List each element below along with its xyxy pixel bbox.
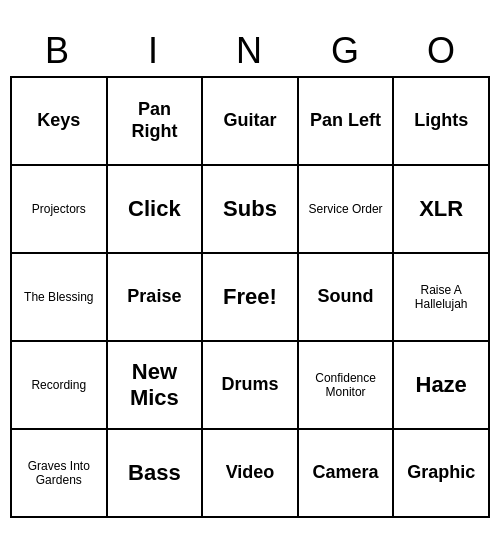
- cell-text: Projectors: [32, 202, 86, 216]
- bingo-cell: Lights: [394, 78, 490, 166]
- cell-text: The Blessing: [24, 290, 93, 304]
- cell-text: Service Order: [309, 202, 383, 216]
- bingo-cell: Graves Into Gardens: [12, 430, 108, 518]
- header-letter: G: [298, 26, 394, 76]
- cell-text: Graphic: [407, 462, 475, 484]
- bingo-cell: The Blessing: [12, 254, 108, 342]
- cell-text: Free!: [223, 284, 277, 310]
- cell-text: Subs: [223, 196, 277, 222]
- bingo-cell: Graphic: [394, 430, 490, 518]
- bingo-card: BINGO KeysPan RightGuitarPan LeftLightsP…: [10, 26, 490, 518]
- cell-text: Click: [128, 196, 181, 222]
- cell-text: Praise: [127, 286, 181, 308]
- bingo-cell: Subs: [203, 166, 299, 254]
- cell-text: Pan Left: [310, 110, 381, 132]
- bingo-cell: Drums: [203, 342, 299, 430]
- cell-text: Camera: [313, 462, 379, 484]
- bingo-grid: KeysPan RightGuitarPan LeftLightsProject…: [10, 76, 490, 518]
- header-letter: O: [394, 26, 490, 76]
- bingo-cell: Projectors: [12, 166, 108, 254]
- bingo-cell: Haze: [394, 342, 490, 430]
- bingo-cell: Recording: [12, 342, 108, 430]
- cell-text: Confidence Monitor: [305, 371, 387, 400]
- bingo-cell: Bass: [108, 430, 204, 518]
- bingo-cell: Confidence Monitor: [299, 342, 395, 430]
- bingo-cell: Raise A Hallelujah: [394, 254, 490, 342]
- cell-text: Pan Right: [114, 99, 196, 142]
- bingo-cell: XLR: [394, 166, 490, 254]
- header-letter: B: [10, 26, 106, 76]
- cell-text: Drums: [221, 374, 278, 396]
- cell-text: Sound: [318, 286, 374, 308]
- bingo-header: BINGO: [10, 26, 490, 76]
- bingo-cell: Click: [108, 166, 204, 254]
- cell-text: Video: [226, 462, 275, 484]
- cell-text: XLR: [419, 196, 463, 222]
- cell-text: Lights: [414, 110, 468, 132]
- bingo-cell: Free!: [203, 254, 299, 342]
- bingo-cell: New Mics: [108, 342, 204, 430]
- bingo-cell: Service Order: [299, 166, 395, 254]
- cell-text: Bass: [128, 460, 181, 486]
- cell-text: Haze: [416, 372, 467, 398]
- bingo-cell: Guitar: [203, 78, 299, 166]
- bingo-cell: Sound: [299, 254, 395, 342]
- header-letter: N: [202, 26, 298, 76]
- cell-text: New Mics: [114, 359, 196, 412]
- cell-text: Guitar: [223, 110, 276, 132]
- bingo-cell: Praise: [108, 254, 204, 342]
- cell-text: Keys: [37, 110, 80, 132]
- cell-text: Graves Into Gardens: [18, 459, 100, 488]
- bingo-cell: Video: [203, 430, 299, 518]
- cell-text: Recording: [31, 378, 86, 392]
- bingo-cell: Pan Right: [108, 78, 204, 166]
- cell-text: Raise A Hallelujah: [400, 283, 482, 312]
- bingo-cell: Keys: [12, 78, 108, 166]
- bingo-cell: Camera: [299, 430, 395, 518]
- bingo-cell: Pan Left: [299, 78, 395, 166]
- header-letter: I: [106, 26, 202, 76]
